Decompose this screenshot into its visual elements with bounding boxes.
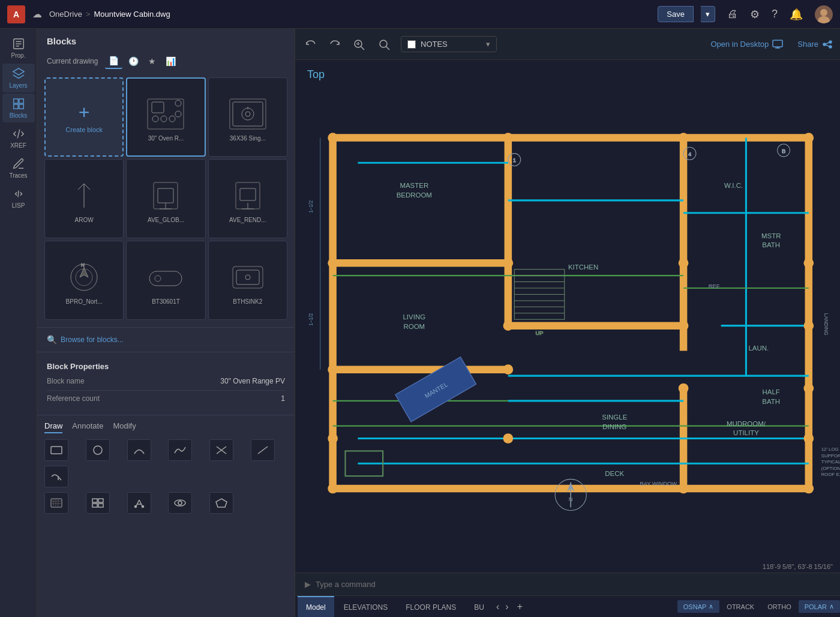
- save-dropdown-button[interactable]: ▾: [701, 6, 715, 22]
- tab-chart-icon[interactable]: 📊: [162, 54, 179, 68]
- tab-elevations[interactable]: ELEVATIONS: [335, 596, 397, 617]
- svg-point-1: [818, 16, 830, 23]
- tab-star-icon[interactable]: ★: [145, 54, 160, 68]
- block-item-sink36[interactable]: 36X36 Sing...: [208, 77, 287, 157]
- notes-dropdown-arrow[interactable]: ▾: [486, 40, 490, 49]
- tool-line[interactable]: [251, 439, 275, 461]
- svg-rect-40: [236, 270, 259, 284]
- prop-row-name: Block name 30" Oven Range PV: [47, 377, 285, 385]
- tool-revision[interactable]: [44, 466, 68, 487]
- title-bar: A ☁ OneDrive > Mountview Cabin.dwg Save …: [0, 0, 840, 29]
- tab-file-icon[interactable]: 📄: [105, 53, 122, 69]
- svg-point-141: [803, 321, 814, 331]
- block-item-arow[interactable]: AROW: [44, 159, 124, 238]
- icon-bar: Prop. Layers Blocks XREF Traces LISP: [0, 29, 37, 617]
- sidebar-item-layers[interactable]: Layers: [2, 64, 35, 92]
- ortho-toggle[interactable]: ORTHO: [761, 601, 797, 613]
- svg-rect-7: [13, 99, 17, 103]
- osnap-toggle[interactable]: OSNAP ∧: [677, 600, 720, 613]
- panel-title: Blocks: [37, 29, 295, 50]
- share-button[interactable]: Share: [797, 40, 833, 49]
- sidebar-item-prop[interactable]: Prop.: [2, 34, 35, 62]
- tab-scroll-right[interactable]: ›: [503, 601, 511, 612]
- avatar[interactable]: [815, 5, 833, 23]
- create-block-item[interactable]: + Create block: [44, 77, 124, 157]
- block-item-bthsink2[interactable]: BTHSINK2: [208, 241, 287, 320]
- draw-tab-draw[interactable]: Draw: [44, 421, 62, 433]
- zoom-extents-button[interactable]: [350, 36, 368, 53]
- print-icon[interactable]: 🖨: [727, 8, 738, 20]
- tool-circle[interactable]: [86, 439, 110, 461]
- notes-checkbox[interactable]: [407, 40, 416, 49]
- tool-arc[interactable]: [127, 439, 151, 461]
- block-item-bpro-nort[interactable]: N BPRO_Nort...: [44, 241, 124, 320]
- sidebar-item-traces[interactable]: Traces: [2, 154, 35, 182]
- tool-polyline[interactable]: [168, 439, 192, 461]
- block-item-oven30-label: 30" Oven R...: [148, 135, 184, 142]
- open-desktop-button[interactable]: Open in Desktop: [710, 40, 783, 49]
- tab-add-button[interactable]: +: [512, 601, 527, 612]
- prop-row-refcount: Reference count 1: [47, 394, 285, 403]
- notifications-icon[interactable]: 🔔: [790, 8, 803, 21]
- sidebar-item-xref[interactable]: XREF: [2, 124, 35, 152]
- create-block-label: Create block: [65, 126, 103, 133]
- tab-bu[interactable]: BU: [466, 596, 493, 617]
- redo-button[interactable]: [326, 36, 343, 53]
- tool-view[interactable]: [168, 492, 192, 514]
- divider-browse: [37, 327, 295, 328]
- svg-rect-19: [230, 99, 266, 129]
- command-input[interactable]: [316, 580, 830, 589]
- svg-point-136: [679, 258, 689, 268]
- tab-model[interactable]: Model: [298, 596, 334, 617]
- block-item-ave-glob[interactable]: AVE_GLOB...: [126, 159, 205, 238]
- tab-clock-icon[interactable]: 🕐: [125, 54, 142, 68]
- select-button[interactable]: [376, 36, 394, 53]
- tool-polygon[interactable]: [209, 492, 233, 514]
- svg-text:MASTER: MASTER: [400, 182, 428, 189]
- svg-rect-37: [149, 271, 182, 286]
- block-item-ave-rend-label: AVE_REND...: [229, 217, 266, 223]
- svg-rect-20: [233, 102, 263, 126]
- tool-rectangle[interactable]: [44, 439, 68, 461]
- svg-point-144: [328, 433, 338, 444]
- create-block-plus-icon: +: [79, 101, 90, 124]
- sidebar-item-blocks[interactable]: Blocks: [2, 94, 35, 122]
- tab-scroll-left[interactable]: ‹: [494, 601, 502, 612]
- block-preview-sink36: [224, 93, 272, 135]
- block-item-oven30[interactable]: 30" Oven R...: [126, 77, 205, 157]
- settings-icon[interactable]: ⚙: [750, 8, 760, 21]
- canvas-view[interactable]: Top: [295, 60, 840, 573]
- command-line: ▶: [295, 573, 840, 595]
- svg-text:TYPICAL OF 2: TYPICAL OF 2: [821, 459, 840, 465]
- block-item-bt30601t[interactable]: BT30601T: [126, 241, 205, 320]
- undo-button[interactable]: [302, 36, 319, 53]
- polar-toggle[interactable]: POLAR ∧: [799, 600, 840, 613]
- draw-tab-annotate[interactable]: Annotate: [72, 421, 103, 433]
- help-icon[interactable]: ?: [772, 8, 778, 20]
- draw-tools-row2: [44, 492, 287, 514]
- svg-point-18: [175, 111, 181, 117]
- svg-rect-8: [19, 99, 23, 103]
- tool-hatch[interactable]: [44, 492, 68, 514]
- draw-tab-modify[interactable]: Modify: [113, 421, 136, 433]
- svg-point-130: [328, 258, 338, 268]
- svg-text:SINGLE: SINGLE: [602, 414, 627, 421]
- svg-text:REF: REF: [709, 283, 720, 289]
- polar-arrow[interactable]: ∧: [829, 603, 834, 610]
- svg-point-75: [829, 46, 832, 48]
- otrack-toggle[interactable]: OTRACK: [721, 601, 760, 613]
- osnap-arrow[interactable]: ∧: [709, 603, 713, 610]
- tab-floor-plans[interactable]: FLOOR PLANS: [397, 596, 464, 617]
- tool-multiblock[interactable]: [86, 492, 110, 514]
- tool-point[interactable]: [127, 492, 151, 514]
- block-item-bt30601t-label: BT30601T: [152, 298, 180, 305]
- save-button[interactable]: Save: [658, 6, 694, 22]
- svg-text:1–1/2: 1–1/2: [308, 200, 314, 213]
- sidebar-item-lisp[interactable]: LISP: [2, 184, 35, 212]
- block-item-ave-rend[interactable]: AVE_REND...: [208, 159, 287, 238]
- notes-dropdown[interactable]: NOTES ▾: [401, 36, 497, 52]
- browse-blocks-link[interactable]: 🔍 Browse for blocks...: [37, 330, 295, 349]
- svg-text:4: 4: [688, 151, 691, 157]
- tool-line-diagonal[interactable]: [209, 439, 233, 461]
- breadcrumb: OneDrive > Mountview Cabin.dwg: [49, 10, 170, 19]
